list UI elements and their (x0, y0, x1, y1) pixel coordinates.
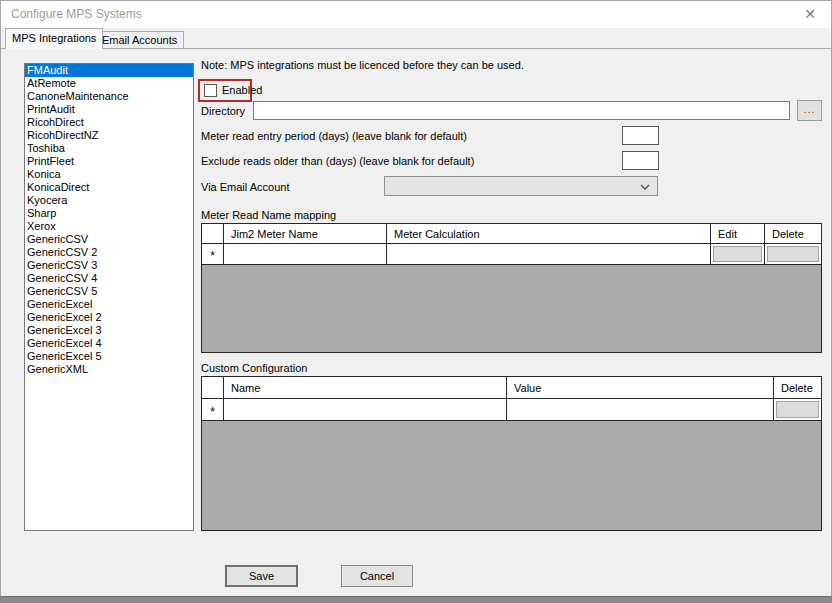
cell-name[interactable] (224, 399, 507, 420)
screen: Configure MPS Systems ✕ MPS Integrations… (0, 0, 832, 603)
new-row: * (202, 244, 821, 265)
list-item[interactable]: RicohDirectNZ (25, 129, 193, 142)
exclude-reads-older-input[interactable] (622, 151, 659, 170)
list-item[interactable]: Xerox (25, 220, 193, 233)
column-header-value: Value (507, 377, 774, 398)
list-item[interactable]: GenericCSV (25, 233, 193, 246)
column-header-jim2-meter-name: Jim2 Meter Name (224, 224, 387, 243)
column-header-edit: Edit (711, 224, 765, 243)
delete-button[interactable] (776, 401, 819, 418)
cell-meter-calculation[interactable] (387, 244, 711, 264)
list-item[interactable]: GenericExcel 5 (25, 350, 193, 363)
enabled-checkbox[interactable] (204, 84, 217, 97)
list-item[interactable]: Sharp (25, 207, 193, 220)
new-row-marker: * (202, 399, 224, 420)
list-item[interactable]: GenericCSV 3 (25, 259, 193, 272)
tab-mps-integrations[interactable]: MPS Integrations (5, 28, 103, 49)
meter-read-entry-period-label: Meter read entry period (days) (leave bl… (201, 130, 467, 142)
cancel-button[interactable]: Cancel (341, 565, 413, 587)
list-item[interactable]: CanoneMaintenance (25, 90, 193, 103)
column-header-meter-calculation: Meter Calculation (387, 224, 711, 243)
tab-email-accounts[interactable]: Email Accounts (96, 31, 184, 49)
tab-strip: MPS Integrations Email Accounts (1, 28, 831, 49)
new-row: * (202, 399, 821, 421)
enabled-highlight-box: Enabled (198, 79, 252, 102)
list-item[interactable]: GenericCSV 2 (25, 246, 193, 259)
directory-input[interactable] (253, 101, 790, 120)
list-item[interactable]: Kyocera (25, 194, 193, 207)
list-item[interactable]: GenericCSV 5 (25, 285, 193, 298)
edit-button[interactable] (713, 246, 762, 262)
list-item[interactable]: KonicaDirect (25, 181, 193, 194)
grid-corner-cell (202, 224, 224, 243)
column-header-name: Name (224, 377, 507, 398)
title-bar: Configure MPS Systems ✕ (1, 1, 831, 28)
list-item[interactable]: GenericExcel 2 (25, 311, 193, 324)
window-title: Configure MPS Systems (11, 1, 142, 28)
list-item[interactable]: PrintFleet (25, 155, 193, 168)
directory-label: Directory (201, 105, 245, 117)
via-email-account-dropdown[interactable] (384, 176, 658, 196)
save-button[interactable]: Save (225, 565, 298, 587)
close-icon[interactable]: ✕ (795, 1, 825, 28)
list-item[interactable]: GenericXML (25, 363, 193, 376)
chevron-down-icon (640, 184, 650, 190)
list-item[interactable]: Konica (25, 168, 193, 181)
cell-value[interactable] (507, 399, 774, 420)
enabled-label: Enabled (222, 84, 262, 97)
grid-header-row: Name Value Delete (202, 377, 821, 399)
list-item[interactable]: GenericExcel (25, 298, 193, 311)
custom-configuration-title: Custom Configuration (201, 362, 307, 374)
cell-delete (765, 244, 821, 264)
grid-corner-cell (202, 377, 224, 398)
license-note: Note: MPS integrations must be licenced … (201, 59, 524, 71)
cell-delete (774, 399, 821, 420)
delete-button[interactable] (767, 246, 819, 262)
grid-empty-area (202, 265, 821, 352)
configure-mps-systems-dialog: Configure MPS Systems ✕ MPS Integrations… (0, 0, 832, 597)
cell-edit (711, 244, 765, 264)
grid-header-row: Jim2 Meter Name Meter Calculation Edit D… (202, 224, 821, 244)
list-item[interactable]: GenericCSV 4 (25, 272, 193, 285)
column-header-delete: Delete (774, 377, 821, 398)
list-item[interactable]: Toshiba (25, 142, 193, 155)
list-item[interactable]: GenericExcel 3 (25, 324, 193, 337)
list-item[interactable]: PrintAudit (25, 103, 193, 116)
systems-listbox: FMAuditAtRemoteCanoneMaintenancePrintAud… (24, 63, 194, 531)
meter-read-mapping-title: Meter Read Name mapping (201, 209, 336, 221)
grid-empty-area (202, 421, 821, 530)
list-item[interactable]: RicohDirect (25, 116, 193, 129)
custom-configuration-grid: Name Value Delete * (201, 376, 822, 531)
cell-jim2-meter-name[interactable] (224, 244, 387, 264)
column-header-delete: Delete (765, 224, 821, 243)
list-item[interactable]: GenericExcel 4 (25, 337, 193, 350)
browse-button[interactable]: ... (797, 100, 822, 121)
meter-read-mapping-grid: Jim2 Meter Name Meter Calculation Edit D… (201, 223, 822, 353)
exclude-reads-older-label: Exclude reads older than (days) (leave b… (201, 155, 474, 167)
meter-read-entry-period-input[interactable] (622, 126, 659, 145)
new-row-marker: * (202, 244, 224, 264)
list-item[interactable]: FMAudit (25, 64, 193, 77)
via-email-account-label: Via Email Account (201, 181, 289, 193)
list-item[interactable]: AtRemote (25, 77, 193, 90)
